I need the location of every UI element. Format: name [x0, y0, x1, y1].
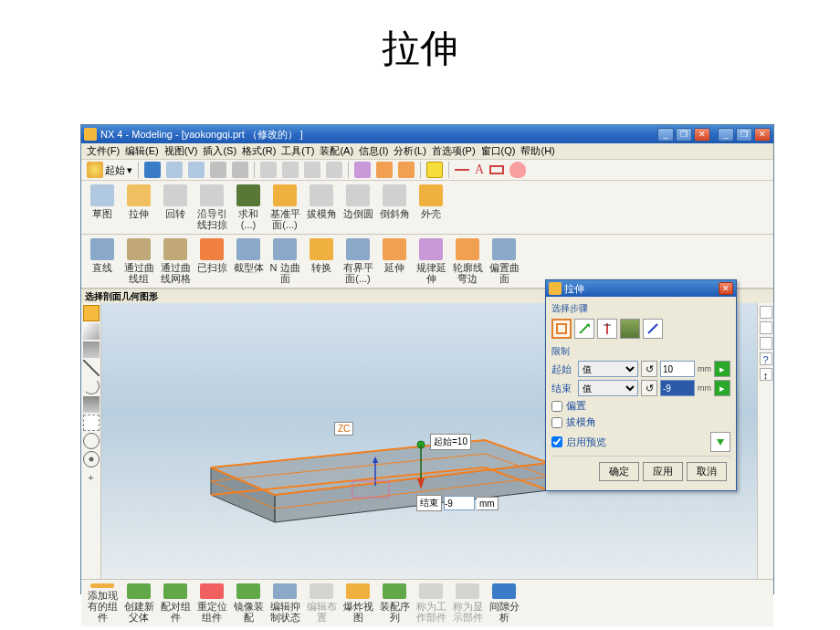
- menu-item[interactable]: 分析(L): [391, 144, 428, 158]
- ribbon-button[interactable]: 配对组件: [158, 582, 193, 625]
- ribbon-button[interactable]: 拉伸: [121, 183, 156, 232]
- help-icon[interactable]: ?: [760, 352, 772, 365]
- step-settings[interactable]: [643, 319, 663, 339]
- start-dropdown[interactable]: 起始 ▾: [85, 161, 134, 179]
- tool-cut[interactable]: [208, 161, 228, 179]
- ribbon-button[interactable]: 创建新父体: [121, 582, 156, 625]
- line-tool-icon[interactable]: [83, 360, 100, 376]
- tool-text[interactable]: A: [473, 162, 486, 178]
- doc-close-button[interactable]: ✕: [694, 128, 710, 142]
- cancel-button[interactable]: 取消: [687, 462, 727, 481]
- start-flip[interactable]: ↺: [641, 361, 657, 377]
- ribbon-button[interactable]: 外壳: [414, 183, 448, 232]
- offset-checkbox[interactable]: [551, 401, 562, 412]
- right-tab-3[interactable]: [760, 337, 772, 350]
- viewport[interactable]: ZC 起始=10 结束 mm 拉伸 ✕ 选择步骤: [101, 303, 757, 579]
- ok-button[interactable]: 确定: [599, 462, 639, 481]
- circle-icon[interactable]: [83, 433, 100, 449]
- restore-button[interactable]: ❐: [736, 128, 752, 142]
- menu-item[interactable]: 装配(A): [317, 144, 356, 158]
- ribbon-button[interactable]: 间隙分析: [487, 582, 521, 625]
- tool-redo[interactable]: [186, 161, 206, 179]
- ribbon-button[interactable]: 轮廓线弯边: [450, 236, 485, 286]
- apply-button[interactable]: 应用: [643, 462, 683, 481]
- spline-icon[interactable]: [83, 396, 100, 413]
- doc-minimize-button[interactable]: _: [657, 128, 674, 142]
- tool-line[interactable]: [453, 168, 471, 172]
- select-icon[interactable]: [83, 341, 100, 358]
- tool-wcs[interactable]: [425, 161, 445, 179]
- menu-item[interactable]: 文件(F): [84, 144, 122, 158]
- tool-undo[interactable]: [164, 161, 184, 179]
- ribbon-button[interactable]: 延伸: [377, 236, 412, 286]
- ribbon-button[interactable]: 规律延伸: [414, 236, 448, 286]
- ribbon-button[interactable]: 偏置曲面: [487, 236, 521, 286]
- ribbon-button[interactable]: 倒斜角: [377, 183, 412, 232]
- preview-checkbox[interactable]: [551, 436, 562, 447]
- tool-save[interactable]: [142, 161, 163, 179]
- arrow-icon[interactable]: [83, 323, 100, 340]
- tool-zoom[interactable]: [258, 161, 278, 179]
- ribbon-button[interactable]: 回转: [158, 183, 193, 232]
- pick-icon[interactable]: [83, 415, 100, 431]
- ribbon-button[interactable]: 爆炸视图: [341, 582, 375, 625]
- start-arrow[interactable]: ▸: [714, 361, 730, 377]
- tool-pan[interactable]: [302, 161, 322, 179]
- menu-item[interactable]: 格式(R): [239, 144, 278, 158]
- menu-item[interactable]: 帮助(H): [518, 144, 557, 158]
- ribbon-button[interactable]: 称为工作部件: [414, 582, 448, 625]
- tool-ac[interactable]: [374, 161, 394, 179]
- ribbon-button[interactable]: 添加现有的组件: [85, 582, 120, 625]
- dialog-titlebar[interactable]: 拉伸 ✕: [546, 280, 736, 297]
- ribbon-button[interactable]: 编辑抑制状态: [268, 582, 302, 625]
- menu-item[interactable]: 工具(T): [278, 144, 317, 158]
- ribbon-button[interactable]: 通过曲线网格: [158, 236, 193, 286]
- tool-ad[interactable]: [396, 161, 416, 179]
- tool-copy[interactable]: [230, 161, 250, 179]
- step-section[interactable]: [551, 319, 572, 339]
- ribbon-button[interactable]: 基准平面(...): [268, 183, 302, 232]
- odot-icon[interactable]: [83, 451, 100, 467]
- ribbon-button[interactable]: 镜像装配: [231, 582, 266, 625]
- arc-tool-icon[interactable]: [83, 378, 100, 394]
- tool-rotate[interactable]: [324, 161, 344, 179]
- draft-checkbox[interactable]: [551, 417, 562, 428]
- end-value-input[interactable]: [660, 380, 695, 396]
- tool-cloud[interactable]: [508, 161, 528, 179]
- menu-item[interactable]: 插入(S): [200, 144, 239, 158]
- tool-ab[interactable]: [352, 161, 373, 179]
- start-value-input[interactable]: [660, 361, 695, 377]
- step-boolean[interactable]: [620, 319, 640, 339]
- tool-rect[interactable]: [488, 164, 506, 175]
- menu-item[interactable]: 信息(I): [356, 144, 391, 158]
- end-type-select[interactable]: 值: [578, 380, 638, 396]
- ribbon-button[interactable]: 通过曲线组: [121, 236, 156, 286]
- ribbon-button[interactable]: 沿导引线扫掠: [194, 183, 229, 232]
- right-tab-1[interactable]: [760, 306, 772, 319]
- menu-item[interactable]: 视图(V): [162, 144, 201, 158]
- ribbon-button[interactable]: 求和(...): [231, 183, 266, 232]
- ribbon-button[interactable]: 已扫掠: [194, 236, 229, 286]
- end-annot-input[interactable]: [444, 496, 475, 510]
- step-limit[interactable]: [597, 319, 617, 339]
- menu-item[interactable]: 编辑(E): [122, 144, 162, 158]
- right-tab-2[interactable]: [760, 321, 772, 334]
- ribbon-button[interactable]: 有界平面(...): [341, 236, 375, 286]
- end-arrow[interactable]: ▸: [714, 380, 730, 396]
- expand-icon[interactable]: ↕: [760, 368, 772, 381]
- preview-toggle-button[interactable]: [710, 432, 730, 452]
- step-direction[interactable]: [574, 319, 594, 339]
- ribbon-button[interactable]: 编辑布置: [304, 582, 339, 625]
- ribbon-button[interactable]: 草图: [85, 183, 120, 232]
- close-button[interactable]: ✕: [754, 128, 771, 142]
- tool-fit[interactable]: [280, 161, 300, 179]
- ribbon-button[interactable]: 直线: [85, 236, 120, 286]
- plus-icon[interactable]: +: [83, 469, 100, 486]
- ribbon-button[interactable]: 称为显示部件: [450, 582, 485, 625]
- start-type-select[interactable]: 值: [578, 361, 638, 377]
- ribbon-button[interactable]: 重定位组件: [194, 582, 229, 625]
- end-flip[interactable]: ↺: [641, 380, 657, 396]
- ribbon-button[interactable]: 拔模角: [304, 183, 339, 232]
- ribbon-button[interactable]: 截型体: [231, 236, 266, 286]
- ribbon-button[interactable]: 边倒圆: [341, 183, 375, 232]
